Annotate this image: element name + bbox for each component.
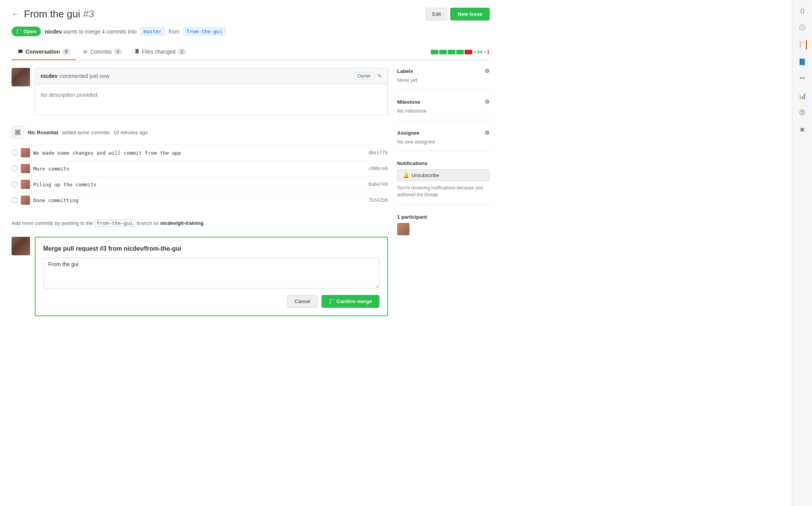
book-icon[interactable]: 📘 — [798, 57, 807, 66]
commit-sha[interactable]: 0a0e749 — [368, 182, 388, 187]
content-area: nicdev commented just now Owner ✎ No des… — [12, 68, 490, 324]
comment-header-right: Owner ✎ — [354, 72, 382, 80]
commit-dot — [12, 150, 18, 156]
status-text: nicdev wants to merge 4 commits into — [45, 29, 136, 35]
commit-dot — [12, 165, 18, 172]
merge-actions: Cancel Confirm merge — [43, 295, 379, 308]
pull-request-icon[interactable] — [798, 40, 807, 49]
diff-seg-3 — [448, 50, 455, 54]
sidebar-column: Labels ⚙ None yet Milestone ⚙ No milesto… — [397, 68, 490, 324]
source-branch-tag[interactable]: from-the-gui — [183, 27, 226, 35]
pulse-icon[interactable] — [798, 74, 807, 83]
tools-icon[interactable]: ✖ — [798, 125, 807, 134]
avatar-image — [12, 68, 30, 86]
merge-textarea[interactable]: From the gui — [43, 258, 379, 288]
open-badge: Open — [12, 27, 41, 36]
participants-list — [397, 223, 490, 236]
commits-action: added some commits — [62, 130, 110, 135]
notifications-section: Notifications 🔔 Unsubscribe You're recei… — [397, 160, 490, 205]
edit-comment-icon[interactable]: ✎ — [377, 73, 382, 79]
comment-body: No description provided. — [35, 84, 387, 115]
labels-value: None yet — [397, 77, 490, 83]
new-issue-button[interactable]: New Issue — [450, 8, 490, 20]
unsubscribe-label: Unsubscribe — [411, 172, 439, 178]
diff-additions: +34 — [474, 49, 482, 55]
main-content: ← From the gui #3 Edit New Issue Open ni… — [0, 0, 501, 332]
commit-sha[interactable]: d6e1ffb — [368, 150, 388, 155]
tab-conversation[interactable]: Conversation 0 — [12, 44, 76, 60]
comment-header: nicdev commented just now Owner ✎ — [35, 68, 387, 84]
page-header: ← From the gui #3 Edit New Issue — [12, 8, 490, 20]
merge-avatar — [12, 237, 30, 255]
commit-sha[interactable]: 7b342bb — [368, 197, 388, 203]
main-column: nicdev commented just now Owner ✎ No des… — [12, 68, 388, 324]
diff-seg-4 — [456, 50, 464, 54]
commit-avatar — [21, 164, 30, 173]
tab-commits[interactable]: Commits 4 — [76, 44, 128, 60]
participant-avatar[interactable] — [397, 223, 409, 235]
unsubscribe-icon: 🔔 — [403, 172, 409, 178]
tabs-bar: Conversation 0 Commits 4 Files changed 2… — [12, 44, 490, 60]
cancel-button[interactable]: Cancel — [287, 295, 317, 308]
commit-avatar — [21, 196, 30, 205]
commits-header: Nic Rosental added some commits 10 minut… — [12, 123, 388, 142]
labels-gear-icon[interactable]: ⚙ — [485, 68, 490, 74]
commit-avatar — [21, 148, 30, 157]
page-title: From the gui #3 — [24, 8, 94, 20]
icon-sidebar: ⟨⟩ ⓘ 📘 📊 ⑪ ✖ — [792, 0, 812, 332]
participants-section: 1 participant — [397, 214, 490, 243]
notifications-note: You're receiving notifications because y… — [397, 184, 490, 198]
conversation-badge: 0 — [62, 49, 70, 55]
table-row: Done committing 7b342bb — [12, 192, 388, 208]
commit-sha[interactable]: c09bceb — [368, 166, 388, 171]
repo-link[interactable]: nicdev/git-training — [160, 220, 204, 226]
target-branch-tag[interactable]: master — [140, 27, 165, 35]
info-icon[interactable]: ⓘ — [798, 23, 807, 32]
commits-badge: 4 — [114, 49, 122, 55]
comment-block: nicdev commented just now Owner ✎ No des… — [12, 68, 388, 115]
commit-message: More commits — [33, 166, 365, 172]
commits-icon — [12, 126, 24, 138]
labels-header: Labels ⚙ — [397, 68, 490, 74]
unsubscribe-button[interactable]: 🔔 Unsubscribe — [397, 169, 490, 181]
comment-box: nicdev commented just now Owner ✎ No des… — [35, 68, 388, 115]
back-button[interactable]: ← — [12, 10, 19, 19]
avatar — [12, 68, 30, 86]
diff-seg-1 — [431, 50, 438, 54]
assignee-section: Assignee ⚙ No one assigned — [397, 130, 490, 151]
edit-button[interactable]: Edit — [426, 8, 447, 20]
files-badge: 2 — [178, 49, 186, 55]
pr-number: #3 — [83, 8, 94, 20]
comment-author: nicdev — [40, 73, 57, 79]
milestone-gear-icon[interactable]: ⚙ — [485, 99, 490, 105]
merge-title: Merge pull request #3 from nicdev/from-t… — [43, 245, 379, 252]
graph-icon[interactable]: 📊 — [798, 91, 807, 100]
pr-title: From the gui — [24, 8, 80, 20]
table-row: Piling up the commits 0a0e749 — [12, 176, 388, 192]
commit-list: We made some changes and will commit fro… — [12, 145, 388, 208]
table-row: We made some changes and will commit fro… — [12, 145, 388, 160]
assignee-header: Assignee ⚙ — [397, 130, 490, 136]
code-icon[interactable]: ⟨⟩ — [798, 6, 807, 15]
tab-files-changed[interactable]: Files changed 2 — [128, 44, 192, 60]
commits-time: 10 minutes ago — [113, 130, 148, 135]
milestone-value: No milestone — [397, 108, 490, 114]
fork-icon[interactable]: ⑪ — [798, 108, 807, 117]
commit-dot — [12, 181, 18, 187]
commit-message: Piling up the commits — [33, 182, 365, 187]
assignee-gear-icon[interactable]: ⚙ — [485, 130, 490, 136]
diff-stats: +34 −1 — [431, 49, 490, 55]
confirm-merge-button[interactable]: Confirm merge — [322, 295, 379, 308]
commit-message: We made some changes and will commit fro… — [33, 150, 365, 156]
assignee-value: No one assigned — [397, 139, 490, 145]
commit-message: Done committing — [33, 197, 365, 203]
commit-avatar — [21, 180, 30, 189]
commit-dot — [12, 197, 18, 203]
diff-deletions: −1 — [484, 49, 490, 55]
notifications-header: Notifications — [397, 160, 490, 166]
merge-block: Merge pull request #3 from nicdev/from-t… — [12, 237, 388, 316]
merge-box: Merge pull request #3 from nicdev/from-t… — [35, 237, 388, 316]
participants-header: 1 participant — [397, 214, 490, 220]
status-from: from — [168, 29, 179, 35]
labels-section: Labels ⚙ None yet — [397, 68, 490, 89]
